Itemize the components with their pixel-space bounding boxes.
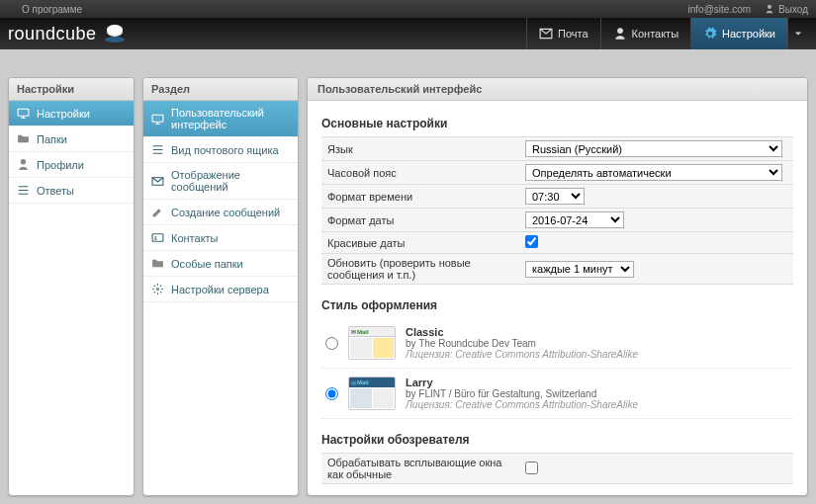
svg-point-2 (107, 25, 123, 35)
tab-dropdown[interactable] (787, 18, 808, 49)
envelope-icon (151, 175, 164, 188)
svg-point-7 (154, 236, 156, 238)
nav-responses[interactable]: Ответы (9, 178, 134, 204)
pretty-checkbox[interactable] (525, 235, 538, 248)
nav-folders-label: Папки (37, 133, 67, 145)
tab-settings-label: Настройки (722, 28, 775, 40)
nav-identities-label: Профили (37, 159, 84, 171)
svg-point-0 (105, 37, 125, 42)
lang-label: Язык (321, 137, 519, 161)
section-display-label: Отображение сообщений (171, 169, 290, 193)
tz-label: Часовой пояс (321, 161, 519, 185)
list-icon (17, 184, 30, 197)
skin-option-classic: ✉Mail Classic by The Roundcube Dev Team … (321, 318, 793, 369)
popup-label: Обрабатывать всплывающие окна как обычны… (321, 454, 519, 484)
section-mailbox-label: Вид почтового ящика (171, 144, 279, 156)
logout-link[interactable]: Выход (765, 4, 808, 15)
section-ui[interactable]: Пользовательский интерфейс (143, 101, 298, 137)
nav-preferences[interactable]: Настройки (9, 101, 134, 126)
gear-icon (703, 27, 717, 41)
list-icon (151, 143, 164, 156)
datefmt-label: Формат даты (321, 209, 519, 232)
logout-icon (765, 4, 774, 14)
skin-classic-lic: Лицензия: Creative Commons Attribution-S… (406, 349, 638, 360)
section-server[interactable]: Настройки сервера (143, 277, 298, 302)
skin-larry-lic: Лицензия: Creative Commons Attribution-S… (406, 399, 638, 410)
svg-rect-6 (152, 234, 163, 242)
nav-preferences-label: Настройки (37, 108, 90, 120)
settings-nav-panel: Настройки Настройки Папки Профили Ответы (8, 77, 135, 496)
section-nav-title: Раздел (143, 78, 298, 101)
logo-text: roundcube (8, 24, 97, 44)
nav-responses-label: Ответы (37, 185, 74, 197)
section-display[interactable]: Отображение сообщений (143, 163, 298, 200)
folder-icon (17, 132, 30, 145)
settings-nav-title: Настройки (9, 78, 134, 101)
section-special-folders[interactable]: Особые папки (143, 251, 298, 277)
section-compose-label: Создание сообщений (171, 207, 280, 218)
folder-icon (151, 257, 164, 270)
refresh-select[interactable]: каждые 1 минут (525, 261, 634, 278)
skin-thumb-classic: ✉Mail (348, 326, 396, 360)
monitor-icon (17, 107, 30, 120)
section-ui-label: Пользовательский интерфейс (171, 107, 290, 130)
popup-checkbox[interactable] (525, 462, 538, 474)
timefmt-label: Формат времени (321, 185, 519, 209)
nav-folders[interactable]: Папки (9, 126, 134, 152)
skin-radio-larry[interactable] (325, 387, 338, 400)
contacts-icon (613, 27, 627, 41)
skin-larry-name: Larry (406, 377, 638, 388)
datefmt-select[interactable]: 2016-07-24 (525, 211, 624, 228)
person-icon (17, 158, 30, 171)
tab-settings[interactable]: Настройки (690, 18, 787, 49)
section-special-folders-label: Особые папки (171, 258, 243, 270)
skin-larry-by: by FLINT / Büro für Gestaltung, Switzerl… (406, 388, 638, 399)
caret-down-icon (794, 30, 802, 38)
skin-classic-by: by The Roundcube Dev Team (406, 338, 638, 349)
nav-identities[interactable]: Профили (9, 152, 134, 178)
mail-icon (539, 27, 553, 41)
section-compose[interactable]: Создание сообщений (143, 200, 298, 225)
pretty-label: Красивые даты (321, 232, 519, 254)
tab-mail[interactable]: Почта (526, 18, 600, 49)
section-contacts[interactable]: Контакты (143, 225, 298, 251)
skin-radio-classic[interactable] (325, 337, 338, 350)
account-email-link[interactable]: info@site.com (688, 4, 752, 15)
section-nav-panel: Раздел Пользовательский интерфейс Вид по… (142, 77, 299, 496)
logo: roundcube (8, 24, 127, 44)
logout-label: Выход (778, 4, 808, 15)
main-settings-head: Основные настройки (321, 117, 793, 130)
about-link[interactable]: О программе (22, 4, 82, 15)
section-contacts-label: Контакты (171, 232, 219, 244)
browser-head: Настройки обозревателя (321, 433, 793, 447)
monitor-icon (151, 113, 164, 126)
gear-icon (151, 283, 164, 295)
tab-contacts-label: Контакты (632, 28, 680, 40)
tab-mail-label: Почта (558, 28, 589, 40)
section-mailbox[interactable]: Вид почтового ящика (143, 137, 298, 163)
card-icon (151, 231, 164, 244)
skin-head: Стиль оформления (321, 298, 793, 312)
refresh-label: Обновить (проверить новые сообщения и т.… (321, 254, 519, 285)
lang-select[interactable]: Russian (Русский) (525, 140, 782, 157)
logo-cube-icon (103, 24, 127, 43)
svg-point-8 (156, 288, 159, 291)
svg-rect-3 (18, 109, 29, 116)
skin-thumb-larry: ✉Mail (348, 377, 396, 410)
skin-option-larry: ✉Mail Larry by FLINT / Büro für Gestaltu… (321, 369, 793, 419)
section-server-label: Настройки сервера (171, 284, 269, 295)
skin-classic-name: Classic (406, 326, 638, 338)
tz-select[interactable]: Определять автоматически (525, 164, 782, 181)
pencil-icon (151, 206, 164, 218)
timefmt-select[interactable]: 07:30 (525, 188, 585, 205)
content-panel: Пользовательский интерфейс Основные наст… (307, 77, 808, 496)
content-title: Пользовательский интерфейс (308, 78, 807, 101)
tab-contacts[interactable]: Контакты (600, 18, 691, 49)
svg-rect-4 (152, 115, 163, 122)
